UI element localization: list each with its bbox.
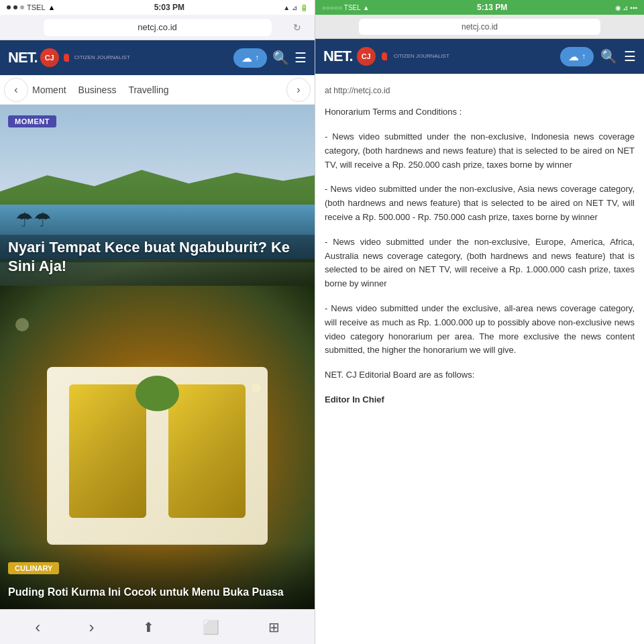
search-icon-right[interactable]: 🔍 — [600, 48, 617, 64]
cat-travelling[interactable]: Travelling — [128, 85, 168, 95]
status-bar-left: TSEL ▲ 5:03 PM ▲ ⊿ 🔋 — [0, 0, 315, 15]
carrier-right: ○○○○○ TSEL — [322, 4, 361, 11]
cat-moment[interactable]: Moment — [32, 85, 66, 95]
wifi-icon-left: ▲ — [48, 3, 56, 11]
share-button-left[interactable]: ⬆ — [143, 619, 154, 635]
honorarium-para-3: - News video submitted under the non-exc… — [325, 235, 635, 291]
editor-in-chief-text: Editor In Chief — [325, 393, 635, 407]
upload-arrow-icon: ↑ — [255, 53, 259, 62]
status-left-right: ○○○○○ TSEL ▲ — [322, 4, 370, 11]
logo-pin — [64, 54, 69, 62]
logo-net-text-right: NET. — [323, 48, 353, 65]
garnish-decoration — [136, 376, 180, 411]
battery-icon-left: 🔋 — [300, 4, 308, 11]
signal-dot-3 — [20, 5, 24, 9]
upload-cloud-button-right[interactable]: ☁ ↑ — [560, 47, 594, 66]
search-icon-left[interactable]: 🔍 — [272, 50, 289, 66]
wifi-icon-right: ▲ — [363, 4, 370, 11]
browser-bottom-bar-left: ‹ › ⬆ ⬜ ⊞ — [0, 609, 315, 644]
cat-next-arrow[interactable]: › — [286, 78, 311, 102]
cat-prev-arrow[interactable]: ‹ — [4, 78, 28, 102]
right-phone: ○○○○○ TSEL ▲ 5:13 PM ◉ ⊿ ▪▪▪ netcj.co.id… — [315, 0, 644, 644]
nav-bar-right: NET. CJ CITIZEN JOURNALIST ☁ ↑ 🔍 ☰ — [315, 39, 644, 74]
reload-button-left[interactable]: ↻ — [293, 22, 301, 33]
hero-title: Nyari Tempat Kece buat Ngabuburit? Ke Si… — [8, 238, 307, 275]
logo-pin-right — [382, 52, 387, 60]
nav-icons-left: ☁ ↑ 🔍 ☰ — [233, 48, 307, 68]
editorial-board-text: NET. CJ Editorial Board are as follows: — [325, 368, 635, 382]
url-text-left: netcj.co.id — [138, 22, 177, 32]
nav-icons-right: ☁ ↑ 🔍 ☰ — [560, 47, 636, 66]
battery-area-left: ▲ ⊿ 🔋 — [283, 4, 308, 11]
bokeh-1 — [15, 318, 29, 331]
culinary-badge: CULINARY — [8, 562, 59, 574]
category-bar-left: ‹ Moment Business Travelling › — [0, 75, 315, 105]
food-plate — [47, 367, 267, 545]
browser-bar-left[interactable]: netcj.co.id ↻ — [0, 15, 315, 40]
logo-cj-circle: CJ — [40, 48, 59, 67]
logo-left: NET. CJ CITIZEN JOURNALIST — [8, 48, 130, 67]
url-bar-left[interactable]: netcj.co.id — [44, 19, 272, 36]
time-right: 5:13 PM — [477, 3, 507, 12]
url-bar-right[interactable]: netcj.co.id — [359, 19, 600, 35]
menu-icon-right[interactable]: ☰ — [624, 48, 636, 64]
tabs-button-left[interactable]: ⊞ — [268, 619, 280, 635]
logo-subtitle: CITIZEN JOURNALIST — [74, 55, 130, 61]
cloud-upload-icon: ☁ — [241, 52, 252, 64]
nav-bar-left: NET. CJ CITIZEN JOURNALIST ☁ ↑ 🔍 ☰ — [0, 40, 315, 75]
signal-icon-right: ◉ ⊿ — [615, 4, 629, 11]
honorarium-heading: Honorarium Terms and Conditions : — [325, 105, 635, 119]
upload-cloud-button[interactable]: ☁ ↑ — [233, 48, 267, 68]
food-item-2 — [168, 384, 246, 518]
logo-net-text: NET. — [8, 49, 38, 66]
culinary-title: Puding Roti Kurma Ini Cocok untuk Menu B… — [8, 586, 307, 600]
hero-section[interactable]: ☂☂ MOMENT Nyari Tempat Kece buat Ngabubu… — [0, 105, 315, 286]
menu-icon-left[interactable]: ☰ — [294, 50, 307, 66]
battery-area-right: ◉ ⊿ ▪▪▪ — [615, 4, 637, 11]
forward-button-left[interactable]: › — [89, 618, 95, 637]
cloud-upload-icon-right: ☁ — [568, 50, 579, 63]
category-items: Moment Business Travelling — [32, 85, 282, 95]
time-left: 5:03 PM — [154, 3, 184, 12]
content-area-right: at http://netcj.co.id Honorarium Terms a… — [315, 74, 644, 644]
signal-dot-2 — [13, 5, 17, 9]
honorarium-para-2: - News video submitted under the non-exc… — [325, 182, 635, 224]
food-item-1 — [69, 384, 146, 518]
battery-icon-right: ▪▪▪ — [630, 4, 637, 11]
editor-in-chief-bold: Editor In Chief — [325, 394, 384, 405]
browser-bar-right[interactable]: netcj.co.id — [315, 15, 644, 39]
url-text-right: netcj.co.id — [462, 22, 498, 32]
cat-business[interactable]: Business — [78, 85, 117, 95]
left-phone: TSEL ▲ 5:03 PM ▲ ⊿ 🔋 netcj.co.id ↻ NET. … — [0, 0, 315, 644]
logo-subtitle-right: CITIZEN JOURNALIST — [394, 54, 449, 60]
honorarium-para-1: - News video submitted under the non-exc… — [325, 130, 635, 172]
culinary-section[interactable]: CULINARY Puding Roti Kurma Ini Cocok unt… — [0, 286, 315, 609]
honorarium-para-4: - News video submitted under the exclusi… — [325, 302, 635, 358]
url-reference: at http://netcj.co.id — [325, 85, 635, 97]
back-button-left[interactable]: ‹ — [35, 618, 40, 637]
status-left-indicators: TSEL ▲ — [7, 3, 55, 11]
upload-arrow-icon-right: ↑ — [582, 52, 586, 61]
hero-badge: MOMENT — [8, 115, 56, 127]
logo-cj-circle-right: CJ — [357, 47, 376, 66]
carrier-left: TSEL — [27, 3, 46, 11]
signal-bars-left: ▲ ⊿ — [283, 4, 297, 11]
logo-right: NET. CJ CITIZEN JOURNALIST — [323, 47, 449, 66]
signal-dot-1 — [7, 5, 11, 9]
bookmark-button-left[interactable]: ⬜ — [203, 619, 219, 635]
status-bar-right: ○○○○○ TSEL ▲ 5:13 PM ◉ ⊿ ▪▪▪ — [315, 0, 644, 15]
bokeh-2 — [252, 383, 261, 392]
